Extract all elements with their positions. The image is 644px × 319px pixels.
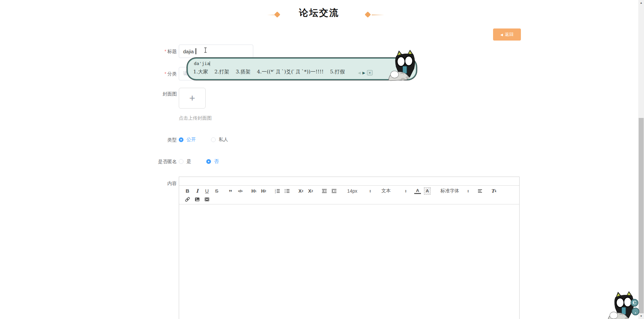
outdent-button[interactable] xyxy=(321,187,328,195)
ime-candidate[interactable]: 1.大家 xyxy=(193,69,208,75)
updown-arrows-icon: ▲▼ xyxy=(369,189,371,193)
editor-top-strip xyxy=(179,177,519,186)
bold-button[interactable]: B xyxy=(184,187,191,195)
underline-button[interactable]: U xyxy=(204,187,210,195)
title-input[interactable] xyxy=(179,45,253,58)
ime-mode-button[interactable]: C xyxy=(631,299,638,307)
link-button[interactable] xyxy=(184,196,191,203)
updown-arrows-icon: ▲▼ xyxy=(467,189,469,193)
cover-upload-button[interactable]: + xyxy=(179,88,206,109)
type-field-label: 类型 xyxy=(133,133,177,146)
ime-pinyin: da'jia xyxy=(194,61,210,66)
text-color-button[interactable]: A xyxy=(414,188,421,194)
plus-icon: + xyxy=(189,93,195,103)
radio-anonymous-yes-label[interactable]: 是 xyxy=(186,158,191,165)
ordered-list-button[interactable]: 123 xyxy=(274,187,281,195)
type-radio-group: 公开 私人 xyxy=(179,133,228,146)
blockquote-button[interactable]: ” xyxy=(227,187,234,195)
back-button[interactable]: ◀ 返回 xyxy=(493,28,521,41)
ime-prev-page-icon[interactable]: ◀ xyxy=(358,71,361,75)
title-field-label: *标题 xyxy=(133,45,177,58)
scrollbar-down-icon[interactable]: ▼ xyxy=(638,313,644,319)
superscript-button[interactable]: X2 xyxy=(307,187,314,195)
cover-field-label: 封面图 xyxy=(133,87,177,101)
title-decor-line-right xyxy=(372,14,384,15)
image-button[interactable] xyxy=(194,196,201,203)
align-dropdown[interactable] xyxy=(477,187,483,195)
cover-upload-hint: 点击上传封面图 xyxy=(179,115,212,121)
font-size-dropdown[interactable]: 14px ▲▼ xyxy=(347,188,371,194)
clear-format-button[interactable]: Tx xyxy=(490,187,497,195)
indent-button[interactable] xyxy=(331,187,337,195)
content-field-label: 内容 xyxy=(133,177,177,190)
back-arrow-icon: ◀ xyxy=(500,33,503,37)
radio-anonymous-yes[interactable] xyxy=(179,159,183,164)
ime-candidate[interactable]: 3.搭架 xyxy=(236,69,251,75)
heading2-button[interactable]: H2 xyxy=(260,187,267,195)
unordered-list-button[interactable] xyxy=(284,187,290,195)
editor-toolbar: B I U S ” </> H1 H2 123 X2 X2 14px xyxy=(179,186,519,204)
category-field-label: *分类 xyxy=(133,67,177,80)
scrollbar-up-icon[interactable]: ▲ xyxy=(638,0,644,6)
radio-anonymous-no[interactable] xyxy=(206,159,211,164)
ibeam-cursor-icon xyxy=(204,47,207,53)
bg-color-button[interactable]: A xyxy=(424,187,431,195)
radio-anonymous-no-label[interactable]: 否 xyxy=(214,158,219,165)
strikethrough-button[interactable]: S xyxy=(213,187,220,195)
scrollbar-thumb[interactable] xyxy=(639,118,644,313)
anonymous-radio-group: 是 否 xyxy=(179,155,219,168)
radio-private-label[interactable]: 私人 xyxy=(219,137,228,143)
format-dropdown[interactable]: 文本 ▲▼ xyxy=(381,188,407,194)
ime-cat-mascot xyxy=(388,49,419,82)
back-button-label: 返回 xyxy=(505,31,514,38)
ime-next-page-icon[interactable]: ▶ xyxy=(363,71,365,75)
radio-private[interactable] xyxy=(211,137,216,142)
text-caret xyxy=(196,48,196,54)
italic-button[interactable]: I xyxy=(194,187,201,195)
subscript-button[interactable]: X2 xyxy=(298,187,304,195)
ime-punctuation-button[interactable]: ， xyxy=(632,308,639,315)
radio-public[interactable] xyxy=(179,137,183,142)
font-family-dropdown[interactable]: 标准字体 ▲▼ xyxy=(440,188,469,194)
ime-dropdown-button[interactable]: ▼ xyxy=(367,70,373,75)
chevron-down-icon: ▼ xyxy=(369,72,371,74)
radio-public-label[interactable]: 公开 xyxy=(186,137,196,143)
ime-caret xyxy=(210,61,210,66)
ime-candidate-popup: da'jia 1.大家 2.打架 3.搭架 4.一((*′ Д `)爻(′ Д … xyxy=(187,58,417,80)
page-title: 论坛交流 xyxy=(0,7,638,19)
video-button[interactable] xyxy=(204,196,210,203)
svg-text:3: 3 xyxy=(275,191,276,193)
ime-candidate[interactable]: 4.一((*′ Д `)爻(′ Д `*))一!!!! xyxy=(257,69,324,75)
scrollbar: ▲ ▼ xyxy=(638,0,644,319)
ime-candidate[interactable]: 5.打假 xyxy=(330,69,345,75)
rich-text-editor: B I U S ” </> H1 H2 123 X2 X2 14px xyxy=(179,177,520,319)
anonymous-field-label: 是否匿名 xyxy=(133,155,177,168)
ime-candidate[interactable]: 2.打架 xyxy=(214,69,229,75)
heading1-button[interactable]: H1 xyxy=(251,187,257,195)
editor-content-area[interactable] xyxy=(179,204,519,319)
updown-arrows-icon: ▲▼ xyxy=(405,189,407,193)
required-mark: * xyxy=(165,71,166,76)
required-mark: * xyxy=(165,49,166,54)
code-button[interactable]: </> xyxy=(237,187,244,195)
ime-candidate-list: 1.大家 2.打架 3.搭架 4.一((*′ Д `)爻(′ Д `*))一!!… xyxy=(193,69,345,75)
